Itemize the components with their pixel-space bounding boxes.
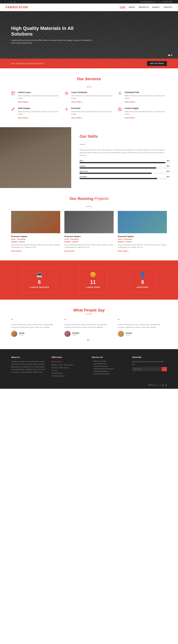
service-text-6: Lectus Feugiat Morbi viverra lacus commo… — [125, 107, 167, 119]
social-linkedin[interactable]: in — [11, 1, 12, 3]
cta-button[interactable]: Get In Touch — [147, 61, 167, 66]
quote-icon-2: " — [64, 318, 113, 322]
footer-social-g[interactable]: G+ — [162, 384, 164, 386]
footer-hours: Office Hour Opening Days : Monday - Frid… — [51, 356, 86, 378]
svg-rect-0 — [12, 92, 15, 95]
footer-vacations: All Sunday Days — [51, 372, 86, 375]
stat-clients: 💻 6 Clients Services — [22, 268, 56, 293]
service-text-1: Viverra Lacus Morbi viverra lacus commod… — [18, 91, 60, 103]
project-meta-2: Client : 1Thumbnail Deadline : 21/12/19 — [64, 238, 113, 243]
footer-service-2: Coal & Solid Fuels — [92, 363, 127, 364]
service-readmore-3[interactable]: READ MORE » — [125, 101, 136, 103]
skill-scrubbers-label: Scrubbers 86% — [80, 176, 170, 178]
project-card-2: Praesent Sapien Client : 1Thumbnail Dead… — [64, 211, 113, 252]
service-readmore-1[interactable]: READ MORE » — [18, 101, 29, 103]
project-card-1: Praesent Sapien Client : 1Thumbnail Dead… — [11, 211, 60, 252]
service-icon-fire — [64, 107, 69, 112]
skill-scrubbers-fill — [80, 178, 157, 179]
footer-about: About Us Curabitur non nulla sit amet ni… — [11, 356, 46, 378]
testimonial-avatar-3 — [118, 331, 124, 337]
service-text-4: Felis Semper Morbi viverra lacus commodo… — [18, 107, 60, 119]
service-readmore-4[interactable]: READ MORE » — [18, 117, 29, 119]
svg-rect-6 — [118, 108, 122, 111]
stat-investors: 👤 8 Investors — [130, 268, 156, 293]
project-readmore-3[interactable]: READ MORE » — [118, 250, 129, 252]
footer-social-in[interactable]: in — [166, 384, 167, 386]
nav-pages[interactable]: PAGES ▾ — [152, 6, 160, 8]
testimonial-text-3: In vitae tincidunt turpis. Proin in euis… — [118, 323, 167, 328]
stat-investors-number: 8 — [137, 279, 148, 285]
service-icon-gear — [118, 91, 123, 96]
testimonial-avatar-1 — [11, 331, 17, 337]
project-image-3 — [118, 211, 167, 233]
skill-scrubbers: Scrubbers 86% — [80, 176, 170, 179]
nav-contact[interactable]: CONTACT — [163, 6, 173, 8]
testimonial-info-2: Charlize Client2 — [72, 332, 79, 336]
service-readmore-5[interactable]: READ MORE » — [71, 117, 83, 119]
service-icon-book — [11, 91, 16, 96]
hero-dot-1[interactable] — [168, 55, 170, 56]
project-title-2: Praesent Sapien — [64, 235, 113, 238]
subscribe-form: → — [132, 367, 167, 371]
service-item-4: Felis Semper Morbi viverra lacus commodo… — [11, 107, 60, 119]
service-text-5: Eu Iaculis Morbi viverra lacus commodo f… — [71, 107, 113, 119]
services-grid: Viverra Lacus Morbi viverra lacus commod… — [11, 91, 167, 119]
footer-saturday: Saturday : 9am to 12 pm — [51, 366, 86, 369]
nav-projects[interactable]: PROJECTS — [139, 6, 149, 8]
skill-hoppers-percent: 85% — [167, 165, 170, 167]
footer-social-f[interactable]: f — [158, 384, 159, 386]
footer-about-text: Curabitur non nulla sit amet nisl tempus… — [11, 360, 46, 373]
skill-steel-percent: 95% — [167, 160, 170, 162]
hero-dot-2[interactable] — [171, 55, 173, 56]
services-title-line — [86, 87, 92, 87]
project-desc-3: Donec sollicitudin molestie malesuua. Pr… — [118, 244, 167, 248]
hero-title: High Quality Materials In All Solutions — [11, 26, 94, 37]
projects-title-line — [86, 206, 92, 207]
stats-section: 💻 6 Clients Services 😊 11 Large Crew 👤 8… — [0, 260, 178, 300]
nav-about[interactable]: ABOUT — [129, 6, 135, 8]
subscribe-button[interactable]: → — [162, 367, 167, 371]
testimonial-text-1: In vitae tincidunt turpis. Proin in euis… — [11, 323, 60, 328]
testimonials-grid: " In vitae tincidunt turpis. Proin in eu… — [11, 318, 167, 337]
project-meta-1: Client : 1Thumbnail Deadline : 21/12/18 — [11, 238, 60, 243]
footer-social-t[interactable]: t — [160, 384, 161, 386]
top-bar: f t in g+ ✉ info@example1.com 📞 +1 234 5… — [0, 0, 178, 4]
skill-steel-track — [80, 162, 170, 163]
subscribe-input[interactable] — [132, 367, 162, 371]
skill-motorfans-track — [80, 173, 170, 174]
nav-home[interactable]: HOME — [120, 6, 125, 8]
hero-dots — [168, 55, 173, 56]
footer-services-title: Service List — [92, 356, 127, 358]
footer: About Us Curabitur non nulla sit amet ni… — [0, 349, 178, 389]
services-section: Our Services Viverra Lacus Morbi viverra… — [0, 68, 178, 127]
svg-point-5 — [119, 93, 120, 94]
project-readmore-1[interactable]: READ MORE » — [11, 250, 22, 252]
projects-title: Our Running Projects — [11, 196, 167, 201]
footer-opening-label: Opening Days : — [51, 360, 86, 363]
testimonial-dot-1[interactable] — [88, 340, 89, 341]
social-googleplus[interactable]: g+ — [14, 1, 16, 3]
footer-follow: Follow us on: f t G+ in — [148, 384, 167, 386]
testimonial-avatar-2 — [64, 331, 71, 337]
footer-service-4: Pharmaceuticals of Research — [92, 368, 127, 370]
testimonial-author-3: Jessica Client3 — [118, 331, 167, 337]
skill-steel-label: Steel 95% — [80, 160, 170, 162]
social-facebook[interactable]: f — [5, 1, 6, 3]
service-icon-arrow — [64, 91, 69, 96]
skill-hoppers-track — [80, 168, 170, 168]
project-readmore-2[interactable]: READ MORE » — [64, 250, 76, 252]
skill-motorfans-label: Motor Fans 80% — [80, 170, 170, 172]
service-readmore-2[interactable]: READ MORE » — [71, 101, 83, 103]
service-readmore-6[interactable]: READ MORE » — [125, 117, 136, 119]
service-item-1: Viverra Lacus Morbi viverra lacus commod… — [11, 91, 60, 103]
testimonial-dot-2[interactable] — [89, 340, 90, 341]
social-twitter[interactable]: t — [8, 1, 9, 3]
testimonial-2: " In vitae tincidunt turpis. Proin in eu… — [64, 318, 113, 337]
footer-vacations-label: Vacations : — [51, 369, 86, 372]
project-title-3: Praesent Sapien — [118, 235, 167, 238]
service-item-5: Eu Iaculis Morbi viverra lacus commodo f… — [64, 107, 113, 119]
hero-section: High Quality Materials In All Solutions … — [0, 11, 178, 58]
footer-subscribe: Subscribe Vivamus magna justo, lacinia e… — [132, 356, 167, 378]
stat-crew-number: 11 — [86, 279, 100, 285]
hero-content: High Quality Materials In All Solutions … — [11, 26, 94, 44]
